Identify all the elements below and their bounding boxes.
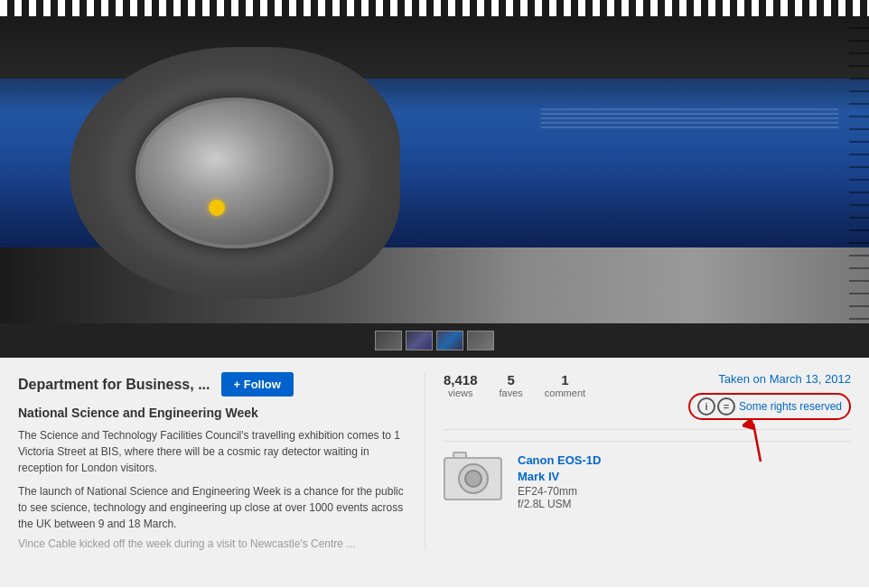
thumbnail-strip — [0, 323, 869, 358]
faves-value: 5 — [500, 372, 523, 387]
camera-row: Canon EOS-1D Mark IV EF24-70mm f/2.8L US… — [444, 441, 851, 510]
torn-right-edge — [849, 16, 869, 323]
description-text: The launch of National Science and Engin… — [18, 485, 404, 530]
camera-model-line1: Canon EOS-1D — [518, 453, 601, 469]
photo-scene — [0, 16, 869, 323]
camera-lens-focal: EF24-70mm — [518, 485, 601, 498]
views-value: 8,418 — [444, 372, 478, 387]
camera-lens-inner — [464, 470, 482, 488]
taken-on-date: Taken on March 13, 2012 — [688, 372, 851, 386]
photo-title: National Science and Engineering Week — [18, 406, 406, 420]
license-text[interactable]: Some rights reserved — [739, 400, 842, 413]
license-wrapper: i = Some rights reserved — [688, 393, 851, 420]
thumbnail-4[interactable] — [467, 331, 494, 350]
comment-value: 1 — [545, 372, 585, 387]
views-stat: 8,418 views — [444, 372, 478, 420]
comment-label: comment — [545, 387, 585, 398]
camera-icon — [444, 457, 507, 507]
camera-lens-outer — [458, 463, 489, 494]
author-name: Department for Business, ... — [18, 377, 210, 393]
license-highlight-box: i = Some rights reserved — [688, 393, 851, 420]
info-left: Department for Business, ... + Follow Na… — [18, 372, 425, 550]
taken-on-section: Taken on March 13, 2012 i = Some rights … — [688, 372, 851, 420]
description-faded: Vince Cable kicked off the week during a… — [18, 537, 406, 550]
comment-stat: 1 comment — [545, 372, 585, 420]
views-label: views — [444, 387, 478, 398]
cc-icon: i — [697, 397, 715, 415]
faves-stat: 5 faves — [500, 372, 523, 420]
thumbnail-2[interactable] — [406, 331, 433, 350]
license-icons: i = — [697, 397, 735, 415]
info-section: Department for Business, ... + Follow Na… — [0, 358, 869, 565]
thumbnail-3[interactable] — [436, 331, 463, 350]
red-arrow-svg — [743, 418, 779, 463]
camera-model-line2: Mark IV — [518, 469, 601, 485]
detector-lens — [135, 98, 333, 248]
red-arrow-container — [743, 418, 779, 467]
info-right: 8,418 views 5 faves 1 comment Taken on M… — [425, 372, 851, 550]
photo-description-2: The launch of National Science and Engin… — [18, 483, 406, 532]
thumbnail-1[interactable] — [375, 331, 402, 350]
main-photo — [0, 16, 869, 323]
camera-top-bump — [453, 452, 467, 459]
torn-bottom-edge — [0, 565, 869, 587]
camera-lens-aperture: f/2.8L USM — [518, 498, 601, 510]
stats-row: 8,418 views 5 faves 1 comment Taken on M… — [444, 372, 851, 430]
detector-equipment — [70, 47, 400, 299]
author-row: Department for Business, ... + Follow — [18, 372, 406, 397]
cc-eq-symbol: = — [724, 401, 729, 412]
tunnel-wall — [521, 108, 826, 293]
camera-info: Canon EOS-1D Mark IV EF24-70mm f/2.8L US… — [518, 453, 601, 510]
cc-eq-icon: = — [717, 397, 735, 415]
camera-body — [444, 457, 502, 500]
torn-top-edge — [0, 0, 869, 16]
faves-label: faves — [500, 387, 523, 398]
yellow-indicator — [209, 200, 225, 216]
follow-button[interactable]: + Follow — [221, 372, 294, 397]
cc-i-symbol: i — [705, 401, 707, 412]
svg-line-1 — [753, 424, 761, 462]
photo-description-1: The Science and Technology Facilities Co… — [18, 427, 406, 476]
